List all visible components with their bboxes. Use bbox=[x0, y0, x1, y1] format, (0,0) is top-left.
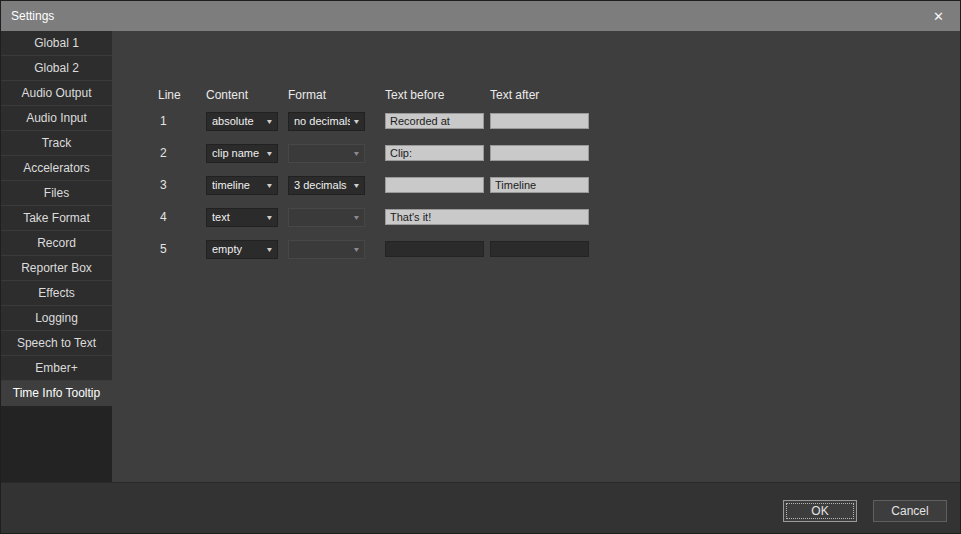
column-header: Text after bbox=[490, 88, 589, 102]
main-panel: LineContentFormatText beforeText after 1… bbox=[112, 31, 960, 482]
text-after-input bbox=[490, 241, 589, 257]
text-after-input[interactable] bbox=[490, 113, 589, 129]
ok-button[interactable]: OK bbox=[783, 500, 857, 522]
sidebar-item-global-1[interactable]: Global 1 bbox=[1, 31, 112, 56]
line-number: 1 bbox=[158, 114, 206, 128]
text-before-input[interactable] bbox=[385, 145, 484, 161]
line-number: 5 bbox=[158, 242, 206, 256]
chevron-down-icon: ▼ bbox=[265, 214, 273, 221]
sidebar-item-reporter-box[interactable]: Reporter Box bbox=[1, 256, 112, 281]
line-number: 2 bbox=[158, 146, 206, 160]
sidebar-item-record[interactable]: Record bbox=[1, 231, 112, 256]
sidebar-item-effects[interactable]: Effects bbox=[1, 281, 112, 306]
text-before-input[interactable] bbox=[385, 177, 484, 193]
content-dropdown-value: text bbox=[212, 211, 263, 223]
table-row: 4text▼▼ bbox=[158, 201, 589, 233]
column-header: Format bbox=[288, 88, 385, 102]
content-dropdown-value: clip name bbox=[212, 147, 263, 159]
chevron-down-icon: ▼ bbox=[352, 246, 360, 253]
format-dropdown: ▼ bbox=[288, 144, 365, 163]
sidebar-item-audio-input[interactable]: Audio Input bbox=[1, 106, 112, 131]
chevron-down-icon: ▼ bbox=[265, 182, 273, 189]
table-row: 1absolute▼no decimals▼ bbox=[158, 105, 589, 137]
chevron-down-icon: ▼ bbox=[352, 150, 360, 157]
sidebar-item-ember-[interactable]: Ember+ bbox=[1, 356, 112, 381]
line-number: 4 bbox=[158, 210, 206, 224]
sidebar-filler bbox=[1, 406, 112, 482]
settings-window: Settings ✕ Global 1Global 2Audio OutputA… bbox=[0, 0, 961, 534]
sidebar-item-accelerators[interactable]: Accelerators bbox=[1, 156, 112, 181]
chevron-down-icon: ▼ bbox=[265, 118, 273, 125]
table-row: 2clip name▼▼ bbox=[158, 137, 589, 169]
format-dropdown[interactable]: 3 decimals▼ bbox=[288, 176, 365, 195]
line-table: LineContentFormatText beforeText after 1… bbox=[158, 85, 589, 265]
text-before-input bbox=[385, 241, 484, 257]
close-icon[interactable]: ✕ bbox=[927, 8, 950, 25]
sidebar-item-logging[interactable]: Logging bbox=[1, 306, 112, 331]
titlebar[interactable]: Settings ✕ bbox=[1, 1, 960, 31]
line-number: 3 bbox=[158, 178, 206, 192]
content-dropdown[interactable]: absolute▼ bbox=[206, 112, 278, 131]
sidebar-item-global-2[interactable]: Global 2 bbox=[1, 56, 112, 81]
chevron-down-icon: ▼ bbox=[265, 150, 273, 157]
text-after-input[interactable] bbox=[490, 145, 589, 161]
content-dropdown[interactable]: empty▼ bbox=[206, 240, 278, 259]
format-dropdown: ▼ bbox=[288, 208, 365, 227]
window-title: Settings bbox=[11, 9, 927, 23]
table-row: 3timeline▼3 decimals▼ bbox=[158, 169, 589, 201]
sidebar-item-files[interactable]: Files bbox=[1, 181, 112, 206]
table-body: 1absolute▼no decimals▼2clip name▼▼3timel… bbox=[158, 105, 589, 265]
column-header: Line bbox=[158, 88, 206, 102]
column-header: Text before bbox=[385, 88, 490, 102]
sidebar: Global 1Global 2Audio OutputAudio InputT… bbox=[1, 31, 112, 482]
text-after-input[interactable] bbox=[490, 177, 589, 193]
sidebar-item-time-info-tooltip[interactable]: Time Info Tooltip bbox=[1, 381, 112, 406]
table-header-row: LineContentFormatText beforeText after bbox=[158, 85, 589, 105]
format-dropdown[interactable]: no decimals▼ bbox=[288, 112, 365, 131]
sidebar-items: Global 1Global 2Audio OutputAudio InputT… bbox=[1, 31, 112, 406]
format-dropdown-value: no decimals bbox=[294, 115, 350, 127]
content-dropdown-value: timeline bbox=[212, 179, 263, 191]
table-row: 5empty▼▼ bbox=[158, 233, 589, 265]
chevron-down-icon: ▼ bbox=[352, 182, 360, 189]
content-dropdown-value: empty bbox=[212, 243, 263, 255]
chevron-down-icon: ▼ bbox=[352, 214, 360, 221]
content-dropdown[interactable]: timeline▼ bbox=[206, 176, 278, 195]
content-dropdown[interactable]: clip name▼ bbox=[206, 144, 278, 163]
content-dropdown[interactable]: text▼ bbox=[206, 208, 278, 227]
chevron-down-icon: ▼ bbox=[265, 246, 273, 253]
sidebar-item-audio-output[interactable]: Audio Output bbox=[1, 81, 112, 106]
text-before-input[interactable] bbox=[385, 113, 484, 129]
content-dropdown-value: absolute bbox=[212, 115, 263, 127]
footer-bar: OK Cancel bbox=[1, 482, 960, 534]
text-before-input[interactable] bbox=[385, 209, 589, 225]
format-dropdown-value: 3 decimals bbox=[294, 179, 350, 191]
sidebar-item-track[interactable]: Track bbox=[1, 131, 112, 156]
column-header: Content bbox=[206, 88, 288, 102]
window-body: Global 1Global 2Audio OutputAudio InputT… bbox=[1, 31, 960, 482]
format-dropdown: ▼ bbox=[288, 240, 365, 259]
cancel-button[interactable]: Cancel bbox=[873, 500, 947, 522]
sidebar-item-take-format[interactable]: Take Format bbox=[1, 206, 112, 231]
sidebar-item-speech-to-text[interactable]: Speech to Text bbox=[1, 331, 112, 356]
chevron-down-icon: ▼ bbox=[352, 118, 360, 125]
